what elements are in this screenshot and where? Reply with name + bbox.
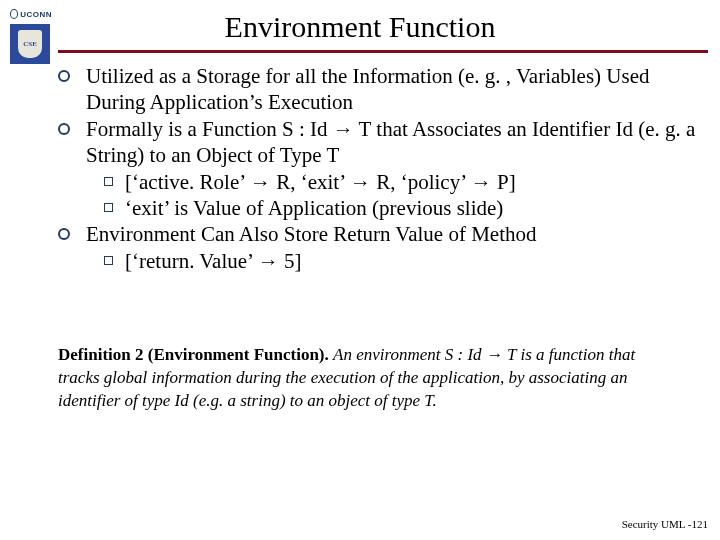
sub-bullet-text: [‘return. Value’ → 5]: [125, 249, 302, 275]
bullet-text: Environment Can Also Store Return Value …: [86, 222, 698, 248]
disc-bullet-icon: [58, 123, 70, 135]
bullet-item: Utilized as a Storage for all the Inform…: [58, 64, 698, 115]
definition-signature: S : Id → T: [445, 345, 516, 364]
content-area: Utilized as a Storage for all the Inform…: [58, 64, 698, 275]
bullet-item: Formally is a Function S : Id → T that A…: [58, 117, 698, 168]
disc-bullet-icon: [58, 228, 70, 240]
title-rule: [58, 50, 708, 53]
definition-block: Definition 2 (Environment Function). An …: [58, 344, 678, 413]
slide-title: Environment Function: [0, 10, 720, 44]
sub-bullet-item: ‘exit’ is Value of Application (previous…: [104, 196, 698, 222]
sub-bullet-text: ‘exit’ is Value of Application (previous…: [125, 196, 503, 222]
footer-text: Security UML -121: [622, 518, 708, 530]
bullet-text: Utilized as a Storage for all the Inform…: [86, 64, 698, 115]
slide: UCONN CSE Environment Function Utilized …: [0, 0, 720, 540]
square-bullet-icon: [104, 203, 113, 212]
definition-pre: An environment: [333, 345, 445, 364]
definition-heading: Definition 2 (Environment Function).: [58, 345, 329, 364]
sub-bullet-text: [‘active. Role’ → R, ‘exit’ → R, ‘policy…: [125, 170, 516, 196]
square-bullet-icon: [104, 256, 113, 265]
disc-bullet-icon: [58, 70, 70, 82]
bullet-item: Environment Can Also Store Return Value …: [58, 222, 698, 248]
sub-bullet-item: [‘active. Role’ → R, ‘exit’ → R, ‘policy…: [104, 170, 698, 196]
sub-bullet-item: [‘return. Value’ → 5]: [104, 249, 698, 275]
square-bullet-icon: [104, 177, 113, 186]
bullet-text: Formally is a Function S : Id → T that A…: [86, 117, 698, 168]
